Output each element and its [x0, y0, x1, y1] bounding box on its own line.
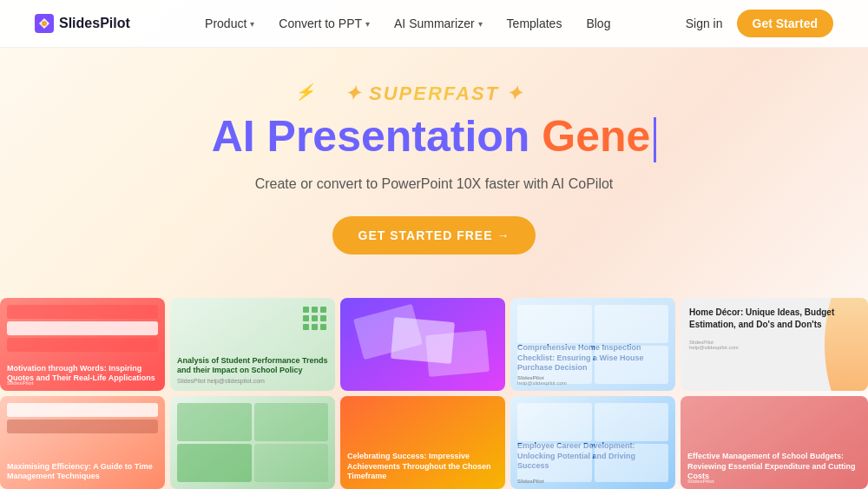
nav-item-templates[interactable]: Templates	[507, 17, 562, 30]
mini-slide	[517, 403, 592, 441]
nav-link-summarizer[interactable]: AI Summarizer ▾	[394, 17, 483, 30]
nav-actions: Sign in Get Started	[686, 10, 833, 37]
navbar: SlidesPilot Product ▾ Convert to PPT ▾ A…	[0, 0, 868, 48]
chevron-down-icon: ▾	[250, 19, 254, 29]
slide-item	[7, 305, 158, 319]
gallery-container: Motivation through Words: Inspiring Quot…	[0, 298, 868, 489]
hero-title-ai: AI	[212, 112, 267, 161]
mini-slides-grid	[177, 403, 328, 482]
logo-brand: SlidesPilothelp@slidespilot.com	[517, 375, 567, 386]
svg-point-1	[42, 21, 47, 26]
mini-slide	[177, 403, 252, 441]
mini-slide	[517, 305, 592, 343]
gallery-row-1: Motivation through Words: Inspiring Quot…	[0, 298, 868, 391]
grid-cell	[303, 315, 309, 321]
mini-slide	[177, 444, 252, 482]
card-content: Celebrating Success: Impressive Achievem…	[340, 396, 505, 489]
scattered-slides	[340, 298, 505, 391]
logo-brand: SlidesPilot	[517, 479, 544, 484]
grid-cell	[303, 307, 309, 313]
grid-cell	[303, 324, 309, 330]
hero-cta-button[interactable]: GET STARTED FREE →	[332, 216, 536, 254]
hero-subtitle: Create or convert to PowerPoint 10X fast…	[0, 176, 868, 192]
slide-item	[7, 420, 158, 433]
scattered-slide	[425, 330, 490, 377]
hero-title-gene: Gene	[542, 112, 650, 161]
card-content: Effective Management of School Budgets: …	[681, 396, 868, 489]
card-title: Effective Management of School Budgets: …	[687, 452, 861, 482]
nav-link-convert[interactable]: Convert to PPT ▾	[279, 17, 370, 30]
grid-cell	[320, 324, 326, 330]
nav-link-blog[interactable]: Blog	[586, 17, 610, 30]
logo-brand: SlidesPilot	[7, 380, 34, 386]
nav-item-summarizer[interactable]: AI Summarizer ▾	[394, 17, 483, 30]
mini-slide	[595, 403, 669, 441]
slide-stack	[7, 403, 158, 436]
gallery-card-motivation[interactable]: Motivation through Words: Inspiring Quot…	[0, 298, 165, 391]
card-title: Analysis of Student Performance Trends a…	[177, 356, 328, 376]
mini-slide	[517, 444, 592, 482]
gallery-row-2: Maximising Efficiency: A Guide to Time M…	[0, 396, 868, 489]
nav-item-convert[interactable]: Convert to PPT ▾	[279, 17, 370, 30]
hero-title-presentation: Presentation	[267, 112, 542, 161]
cursor-blink	[654, 117, 656, 162]
nav-link-product[interactable]: Product ▾	[205, 17, 254, 30]
slide-item	[7, 338, 158, 352]
gallery-card-scattered[interactable]	[340, 298, 505, 391]
gallery-card-time-management[interactable]: Maximising Efficiency: A Guide to Time M…	[0, 396, 165, 489]
mini-slide	[254, 403, 329, 441]
card-title: Celebrating Success: Impressive Achievem…	[347, 452, 498, 482]
superfast-label: ✦ SUPERFAST ✦	[0, 83, 868, 105]
grid-cell	[312, 315, 318, 321]
sign-in-link[interactable]: Sign in	[686, 17, 723, 30]
logo-link[interactable]: SlidesPilot	[35, 14, 130, 33]
mini-slide	[595, 305, 669, 343]
logo-icon	[35, 14, 54, 33]
card-title: Maximising Efficiency: A Guide to Time M…	[7, 462, 158, 482]
grid-cell	[312, 307, 318, 313]
gallery-card-school-budgets[interactable]: Effective Management of School Budgets: …	[681, 396, 868, 489]
grid-cell	[312, 324, 318, 330]
card-meta: SlidesPilot help@slidespilot.com	[681, 340, 868, 350]
gallery-card-employee-career[interactable]: Employee Career Development: Unlocking P…	[510, 396, 675, 489]
nav-item-blog[interactable]: Blog	[586, 17, 610, 30]
email-label: help@slidespilot.com	[689, 345, 859, 350]
mini-slides-grid	[517, 403, 668, 482]
get-started-nav-button[interactable]: Get Started	[737, 10, 833, 37]
card-title: Home Décor: Unique Ideas, Budget Estimat…	[681, 298, 868, 340]
gallery-card-home-inspection[interactable]: Comprehensive Home Inspection Checklist:…	[510, 298, 675, 391]
nav-item-product[interactable]: Product ▾	[205, 17, 254, 30]
green-grid-pattern	[303, 307, 326, 330]
gallery-card-home-decor[interactable]: Home Décor: Unique Ideas, Budget Estimat…	[681, 298, 868, 391]
chevron-down-icon: ▾	[478, 19, 483, 29]
chevron-down-icon: ▾	[365, 19, 370, 29]
nav-link-templates[interactable]: Templates	[507, 17, 562, 30]
slide-item	[7, 403, 158, 417]
card-subtitle: SlidesPilot help@slidespilot.com	[177, 378, 328, 384]
grid-cell	[320, 315, 326, 321]
slide-item	[7, 321, 158, 335]
mini-slide	[595, 444, 669, 482]
mini-slide	[595, 346, 669, 384]
grid-cell	[320, 307, 326, 313]
mini-slide	[254, 444, 329, 482]
hero-section: ✦ SUPERFAST ✦ AI Presentation Gene Creat…	[0, 48, 868, 254]
mini-slides-grid	[517, 305, 668, 384]
logo-brand: SlidesPilot	[687, 479, 714, 484]
slide-stack	[7, 305, 158, 354]
hero-title: AI Presentation Gene	[0, 112, 868, 162]
nav-links: Product ▾ Convert to PPT ▾ AI Summarizer…	[205, 17, 610, 30]
gallery-card-celebrating[interactable]: Celebrating Success: Impressive Achievem…	[340, 396, 505, 489]
gallery-card-green-grid[interactable]	[170, 396, 335, 489]
gallery-card-analysis[interactable]: Analysis of Student Performance Trends a…	[170, 298, 335, 391]
brand-name: SlidesPilot	[59, 16, 130, 31]
